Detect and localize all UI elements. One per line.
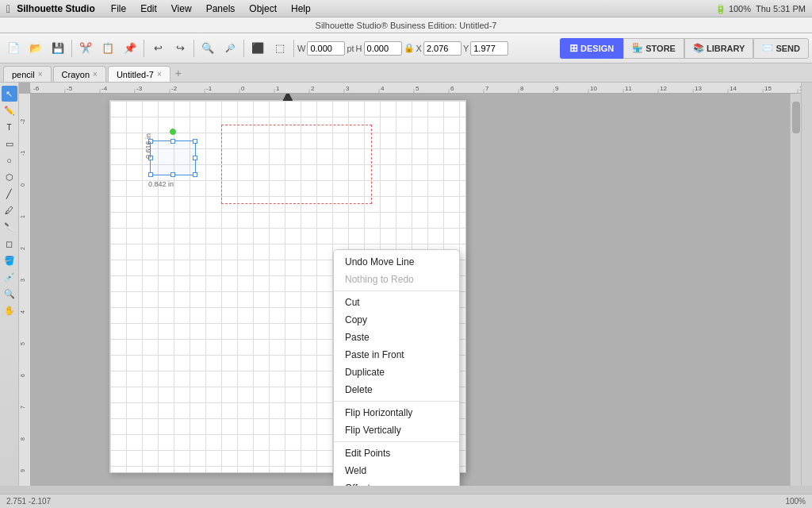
svg-text:-1: -1 [206, 85, 213, 92]
svg-text:5: 5 [20, 342, 25, 345]
handle-tm[interactable] [170, 139, 175, 144]
draw-tool[interactable]: ✏️ [2, 102, 17, 118]
zoom-out-btn[interactable]: 🔎 [220, 38, 240, 59]
right-scroll-panel [790, 94, 801, 486]
svg-text:16: 16 [799, 85, 801, 92]
tab-untitled7-close[interactable]: × [157, 70, 162, 79]
toolbar-sep-5 [293, 40, 294, 57]
ctx-nothing-to-redo: Nothing to Redo [334, 271, 459, 288]
align-btn[interactable]: ⬚ [270, 38, 290, 59]
design-button[interactable]: ⊞ DESIGN [560, 38, 623, 59]
ctx-edit-points[interactable]: Edit Points [334, 444, 459, 462]
knife-tool[interactable]: 🔪 [2, 219, 17, 235]
cut-btn[interactable]: ✂️ [75, 38, 96, 59]
h-label: H [356, 44, 362, 53]
handle-mr[interactable] [193, 156, 197, 160]
svg-text:14: 14 [730, 85, 737, 92]
ctx-sep-1 [334, 291, 459, 291]
menu-help[interactable]: Help [285, 2, 317, 16]
ctx-offset[interactable]: Offset [334, 479, 459, 486]
right-panel [801, 83, 812, 486]
ctx-flip-vertically[interactable]: Flip Vertically [334, 421, 459, 439]
svg-text:-6: -6 [33, 85, 40, 92]
fill-tool[interactable]: 🪣 [2, 252, 17, 268]
ruler-left: -2 -1 0 1 2 3 4 5 6 7 8 9 [19, 94, 30, 486]
send-button[interactable]: ✉️ SEND [753, 38, 809, 59]
tab-untitled7[interactable]: Untitled-7 × [108, 66, 170, 82]
app-name: Silhouette Studio [17, 3, 95, 14]
selected-shape[interactable] [150, 140, 196, 175]
undo-btn[interactable]: ↩ [147, 38, 168, 59]
ctx-flip-horizontally[interactable]: Flip Horizontally [334, 404, 459, 421]
ctx-delete[interactable]: Delete [334, 381, 459, 398]
text-tool[interactable]: T [2, 119, 17, 135]
zoom-in-btn[interactable]: 🔍 [197, 38, 218, 59]
paste-btn[interactable]: 📌 [120, 38, 140, 59]
svg-text:4: 4 [381, 85, 385, 92]
svg-text:12: 12 [660, 85, 667, 92]
rotation-handle[interactable] [170, 129, 176, 135]
handle-tr[interactable] [193, 139, 197, 144]
menu-object[interactable]: Object [243, 2, 283, 16]
ctx-duplicate[interactable]: Duplicate [334, 364, 459, 381]
battery-status: 🔋 100% [715, 4, 751, 14]
y-label: Y [463, 44, 469, 53]
menu-edit[interactable]: Edit [134, 2, 163, 16]
width-input[interactable] [307, 41, 345, 56]
select-tool[interactable]: ↖ [2, 86, 17, 102]
group-btn[interactable]: ⬛ [247, 38, 268, 59]
svg-text:-3: -3 [136, 85, 143, 92]
redo-btn[interactable]: ↪ [170, 38, 190, 59]
tab-crayon-close[interactable]: × [93, 70, 98, 79]
svg-text:-5: -5 [67, 85, 73, 92]
line-tool[interactable]: ╱ [2, 186, 17, 202]
y-input[interactable] [470, 41, 508, 56]
x-input[interactable] [423, 41, 462, 56]
handle-bl[interactable] [148, 172, 153, 177]
ctx-sep-2 [334, 401, 459, 402]
ctx-weld[interactable]: Weld [334, 462, 459, 479]
ruler-top: -6 -5 -4 -3 -2 -1 0 1 2 [30, 83, 801, 94]
eraser-tool[interactable]: ◻ [2, 236, 17, 252]
store-button[interactable]: 🏪 STORE [623, 38, 684, 59]
save-btn[interactable]: 💾 [48, 38, 68, 59]
toolbar-sep-4 [243, 40, 244, 57]
handle-bm[interactable] [170, 172, 175, 177]
context-menu: Undo Move Line Nothing to Redo Cut Copy … [333, 249, 460, 486]
ctx-paste-in-front[interactable]: Paste in Front [334, 346, 459, 364]
time-display: Thu 5:31 PM [756, 4, 806, 13]
open-btn[interactable]: 📂 [25, 38, 46, 59]
tab-pencil-close[interactable]: × [38, 70, 43, 79]
tab-crayon[interactable]: Crayon × [53, 66, 106, 82]
height-input[interactable] [364, 41, 402, 56]
svg-text:6: 6 [20, 374, 25, 377]
library-button[interactable]: 📚 LIBRARY [684, 38, 753, 59]
zoom-tool[interactable]: 🔍 [2, 286, 17, 302]
canvas-area[interactable]: -6 -5 -4 -3 -2 -1 0 1 2 [19, 83, 801, 486]
ctx-paste[interactable]: Paste [334, 329, 459, 346]
apple-logo-icon:  [6, 2, 10, 15]
tab-pencil[interactable]: pencil × [3, 66, 52, 82]
scroll-thumb[interactable] [792, 102, 800, 133]
menu-view[interactable]: View [165, 2, 198, 16]
pan-tool[interactable]: ✋ [2, 302, 17, 318]
svg-text:8: 8 [20, 437, 25, 441]
add-tab-btn[interactable]: + [175, 67, 182, 79]
svg-text:3: 3 [20, 279, 25, 282]
toolbar-sep-3 [193, 40, 194, 57]
menu-panels[interactable]: Panels [200, 2, 242, 16]
eyedropper-tool[interactable]: 💉 [2, 269, 17, 285]
handle-br[interactable] [193, 172, 197, 177]
ellipse-tool[interactable]: ○ [2, 152, 17, 168]
menu-file[interactable]: File [105, 2, 132, 16]
polygon-tool[interactable]: ⬡ [2, 169, 17, 185]
copy-btn[interactable]: 📋 [98, 38, 118, 59]
svg-text:13: 13 [695, 85, 702, 92]
svg-text:3: 3 [346, 85, 350, 92]
ctx-cut[interactable]: Cut [334, 294, 459, 311]
pen-tool[interactable]: 🖊 [2, 202, 17, 218]
new-btn[interactable]: 📄 [3, 38, 24, 59]
ctx-copy[interactable]: Copy [334, 311, 459, 329]
ctx-undo-move-line[interactable]: Undo Move Line [334, 253, 459, 271]
shape-tool[interactable]: ▭ [2, 136, 17, 152]
